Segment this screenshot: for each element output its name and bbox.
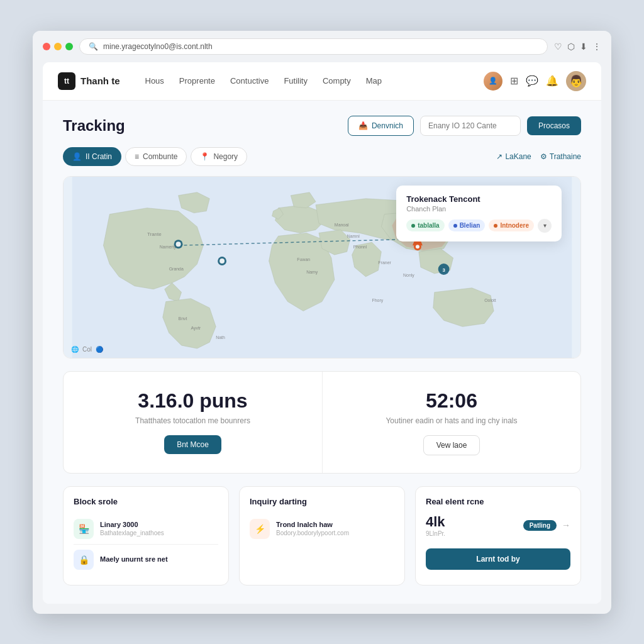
badge-more-button[interactable]: ▾	[538, 219, 552, 233]
minimize-button[interactable]	[54, 43, 62, 50]
logo-text: Thanh te	[80, 75, 120, 86]
map-container[interactable]: 3 Trante Namerty Granda Bnvt Ayvtr Nath …	[63, 176, 581, 358]
nav-right: 👤 ⊞ 💬 🔔 👨	[484, 71, 586, 91]
badge-dot-green	[411, 224, 415, 228]
tab-negory[interactable]: 📍 Negory	[191, 147, 247, 166]
re-numbers: 4lk 9LlnPr.	[426, 514, 445, 537]
logo-icon: tt	[58, 72, 75, 90]
nav-hous[interactable]: Hous	[145, 74, 164, 88]
close-button[interactable]	[43, 43, 50, 50]
url-bar[interactable]: 🔍 mine.yragecotylno0@is.cont.nlth	[79, 38, 548, 55]
pin-icon: 📍	[200, 152, 209, 161]
stat-label-points: Thatthates totocatlon me bounrers	[84, 416, 302, 425]
badge-dot-orange	[494, 224, 497, 228]
svg-text:Ayvtr: Ayvtr	[191, 326, 201, 331]
inquiry-darting-card: Inquiry darting ⚡ Trond lnalch haw Bodor…	[239, 486, 405, 586]
store-icon: 🏪	[74, 519, 94, 539]
re-main-number: 4lk	[426, 514, 445, 530]
header-actions: 📥 Denvnich Procasos	[348, 116, 581, 136]
inquiry-darting-item-1: ⚡ Trond lnalch haw Bodory.bodorylypoort.…	[250, 514, 394, 544]
nav-compty[interactable]: Compty	[323, 74, 351, 88]
tracking-header: Tracking 📥 Denvnich Procasos	[63, 116, 581, 136]
svg-text:Namnl: Namnl	[347, 234, 360, 238]
share-icon[interactable]: ⬡	[567, 42, 575, 52]
download-icon[interactable]: ⬇	[580, 42, 587, 52]
block-store-title: Block srole	[74, 497, 218, 506]
browser-action-icons: ♡ ⬡ ⬇ ⋮	[554, 42, 601, 52]
filter-tabs: 👤 II Cratin ≡ Combunte 📍 Negory ↗	[63, 147, 581, 166]
search-icon: 🔍	[89, 42, 98, 51]
btn-view-more-time[interactable]: Vew laoe	[423, 435, 480, 455]
block-store-item-1-info: Linary 3000 Bathatexlage_inathoes	[100, 521, 218, 536]
page-title: Tracking	[63, 117, 348, 135]
svg-text:Manoal: Manoal	[335, 223, 349, 227]
lakane-action[interactable]: ↗ LaKane	[496, 152, 531, 161]
block-store-item-2: 🔒 Maely unurnt sre net	[74, 545, 218, 575]
list-icon: ≡	[135, 152, 139, 161]
svg-text:3: 3	[442, 267, 445, 272]
procesos-button[interactable]: Procasos	[527, 116, 581, 135]
avatar-left[interactable]: 👤	[484, 72, 502, 91]
tooltip-title: Trokenack Tencont	[406, 194, 552, 204]
tab-combunte[interactable]: ≡ Combunte	[125, 147, 187, 166]
block-store-item-1: 🏪 Linary 3000 Bathatexlage_inathoes	[74, 514, 218, 545]
badge-tablalla[interactable]: tablalla	[406, 219, 444, 231]
real-estate-card: Real elent rcne 4lk 9LlnPr. Patling → La…	[415, 486, 581, 586]
inquiry-darting-item-1-name: Trond lnalch haw	[276, 521, 394, 528]
nav-proprente[interactable]: Proprente	[179, 74, 215, 88]
tooltip-badges: tablalla Blelian Intnodere ▾	[406, 219, 552, 233]
browser-dots	[43, 43, 73, 50]
re-arrow-icon[interactable]: →	[562, 520, 570, 530]
re-status-badge: Patling	[523, 520, 557, 531]
svg-text:Namy: Namy	[306, 269, 318, 274]
menu-icon[interactable]: ⋮	[592, 42, 601, 52]
svg-text:Fuwan: Fuwan	[297, 257, 310, 262]
app-container: tt Thanh te Hous Proprente Contuctive Fu…	[43, 62, 601, 604]
badge-blelian[interactable]: Blelian	[448, 219, 486, 231]
inquiry-darting-item-1-sub: Bodory.bodorylypoort.com	[276, 530, 394, 536]
avatar-right[interactable]: 👨	[566, 71, 586, 91]
stat-card-time: 52:06 Youtiner eadin or hats and ing chy…	[322, 372, 580, 473]
nav-links: Hous Proprente Contuctive Futility Compt…	[145, 74, 484, 88]
nav-contuctive[interactable]: Contuctive	[230, 74, 269, 88]
download-button[interactable]: 📥 Denvnich	[348, 116, 414, 136]
grid-icon[interactable]: ⊞	[510, 75, 518, 87]
block-store-item-1-name: Linary 3000	[100, 521, 218, 528]
badge-intnodere[interactable]: Intnodere	[489, 219, 534, 231]
btn-more-points[interactable]: Bnt Mcoe	[164, 435, 221, 454]
map-footer: 🌐 Col 🔵	[71, 346, 103, 353]
inquiry-darting-item-1-info: Trond lnalch haw Bodory.bodorylypoort.co…	[276, 521, 394, 536]
user-icon: 👤	[72, 152, 82, 161]
url-text: mine.yragecotylno0@is.cont.nlth	[103, 42, 213, 51]
learn-more-button[interactable]: Larnt tod by	[426, 548, 570, 570]
chat-icon[interactable]: 💬	[526, 75, 538, 87]
main-content: Tracking 📥 Denvnich Procasos 👤 II Cratin	[43, 101, 601, 604]
browser-bar: 🔍 mine.yragecotylno0@is.cont.nlth ♡ ⬡ ⬇ …	[33, 31, 611, 62]
svg-text:Namerty: Namerty	[160, 245, 177, 250]
nav-map[interactable]: Map	[366, 74, 382, 88]
stat-number-points: 3.16.0 puns	[84, 389, 302, 413]
nav-futility[interactable]: Futility	[284, 74, 308, 88]
real-estate-info: 4lk 9LlnPr. Patling →	[426, 514, 570, 537]
svg-text:Nath: Nath	[216, 335, 225, 340]
svg-text:Franer: Franer	[378, 260, 391, 265]
lakane-icon: ↗	[496, 152, 502, 161]
world-map: 3 Trante Namerty Granda Bnvt Ayvtr Nath …	[64, 177, 580, 358]
maximize-button[interactable]	[65, 43, 73, 50]
bell-icon[interactable]: 🔔	[546, 75, 558, 87]
svg-text:Trante: Trante	[147, 231, 162, 237]
bottom-cards: Block srole 🏪 Linary 3000 Bathatexlage_i…	[63, 486, 581, 586]
logo[interactable]: tt Thanh te	[58, 72, 120, 90]
bookmark-icon[interactable]: ♡	[554, 42, 562, 52]
block-store-item-2-name: Maely unurnt sre net	[100, 555, 218, 563]
block-store-item-2-info: Maely unurnt sre net	[100, 555, 218, 564]
map-brand-icon: 🌐	[71, 346, 79, 353]
navigation: tt Thanh te Hous Proprente Contuctive Fu…	[43, 62, 601, 101]
tab-cratin[interactable]: 👤 II Cratin	[63, 147, 121, 166]
map-logo-icon: 🔵	[96, 346, 103, 353]
trathaine-action[interactable]: ⚙ Trathaine	[540, 152, 581, 161]
tracking-search-input[interactable]	[420, 116, 521, 136]
map-tooltip: Trokenack Tencont Chanch Plan tablalla B…	[396, 186, 562, 242]
svg-text:Oolott: Oolott	[484, 297, 496, 302]
real-estate-title: Real elent rcne	[426, 497, 570, 506]
